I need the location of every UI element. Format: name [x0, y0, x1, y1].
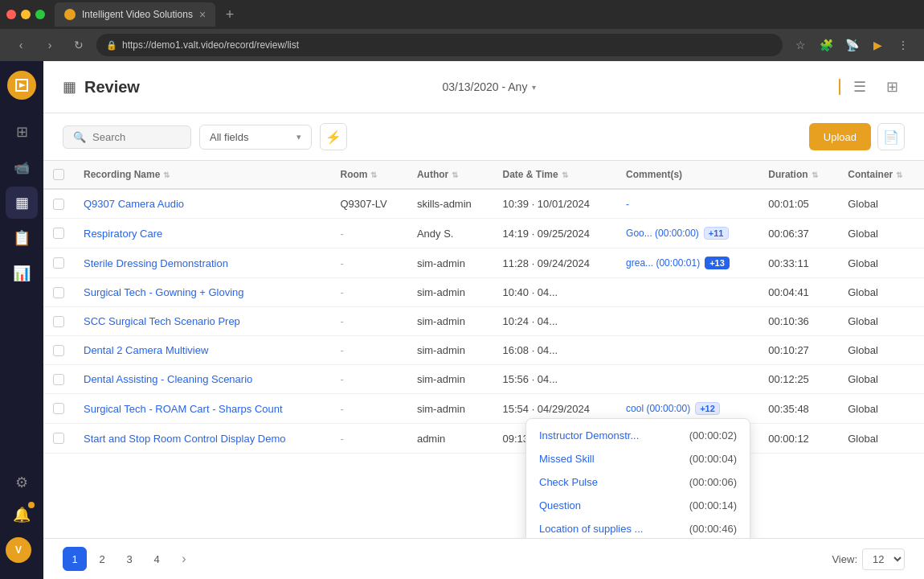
- back-btn[interactable]: ‹: [10, 34, 32, 56]
- youtube-btn[interactable]: ▶: [866, 34, 889, 56]
- comment-count-badge[interactable]: +12: [695, 402, 720, 415]
- sidebar-item-dashboard[interactable]: ⊞: [6, 116, 38, 148]
- window-close[interactable]: [6, 10, 16, 19]
- row-checkbox-cell[interactable]: [43, 189, 74, 219]
- sidebar-item-review[interactable]: ▦: [6, 187, 38, 219]
- upload-button[interactable]: Upload: [809, 123, 871, 150]
- sidebar-item-analytics[interactable]: 📊: [6, 257, 38, 290]
- select-all-header[interactable]: [43, 161, 74, 189]
- date-filter-chevron: ▾: [532, 83, 536, 92]
- row-checkbox-cell[interactable]: [43, 278, 74, 307]
- row-checkbox-cell[interactable]: [43, 424, 74, 454]
- row-checkbox[interactable]: [53, 403, 64, 414]
- row-datetime: 10:40 · 04...: [493, 278, 617, 307]
- popup-item-label: Location of supplies ...: [539, 523, 677, 535]
- filter-btn[interactable]: ⚡: [320, 123, 347, 150]
- field-select-dropdown[interactable]: All fields ▾: [199, 125, 312, 150]
- row-checkbox-cell[interactable]: [43, 365, 74, 394]
- extension-btn[interactable]: 🧩: [815, 34, 837, 56]
- popup-comment-item[interactable]: Missed Skill (00:00:04): [526, 447, 750, 470]
- view-label: View:: [832, 553, 857, 565]
- row-checkbox[interactable]: [53, 199, 64, 210]
- date-filter-text: 03/13/2020 - Any: [443, 80, 528, 93]
- row-comments: grea... (00:00:01) +13: [616, 248, 758, 278]
- address-bar[interactable]: 🔒 https://demo1.valt.video/record/review…: [96, 34, 783, 56]
- popup-comment-item[interactable]: Location of supplies ... (00:00:46): [526, 517, 750, 538]
- popup-comment-item[interactable]: Question (00:00:14): [526, 494, 750, 517]
- col-comments[interactable]: Comment(s): [616, 161, 758, 189]
- cast-btn[interactable]: 📡: [840, 34, 863, 56]
- row-checkbox[interactable]: [53, 345, 64, 356]
- duration-value: 00:10:27: [768, 344, 809, 356]
- row-checkbox[interactable]: [53, 257, 64, 269]
- sidebar-logo[interactable]: [7, 71, 36, 100]
- menu-dots-btn[interactable]: ⋮: [892, 34, 914, 56]
- row-checkbox-cell[interactable]: [43, 219, 74, 248]
- bookmark-btn[interactable]: ☆: [789, 34, 812, 56]
- row-checkbox[interactable]: [53, 433, 64, 444]
- recording-name-link[interactable]: Respiratory Care: [84, 228, 162, 240]
- sort-icon-duration: ⇅: [812, 170, 818, 179]
- row-checkbox[interactable]: [53, 316, 64, 327]
- search-input[interactable]: [92, 131, 173, 143]
- popup-comment-item[interactable]: Instructor Demonstr... (00:00:02): [526, 424, 750, 447]
- page-btn-4[interactable]: 4: [145, 547, 169, 571]
- comment-text: grea... (00:00:01): [626, 257, 700, 269]
- row-checkbox[interactable]: [53, 228, 64, 239]
- col-container[interactable]: Container⇅: [838, 161, 924, 189]
- user-avatar[interactable]: V: [6, 537, 31, 563]
- window-maximize[interactable]: [35, 10, 45, 19]
- sidebar-item-settings[interactable]: ⚙: [6, 466, 38, 499]
- browser-tab[interactable]: Intelligent Video Solutions ×: [55, 2, 215, 27]
- comment-popup: Instructor Demonstr... (00:00:02) Missed…: [525, 418, 750, 538]
- recording-name-link[interactable]: SCC Surgical Tech Scenario Prep: [84, 315, 240, 327]
- col-datetime[interactable]: Date & Time⇅: [493, 161, 617, 189]
- recording-name-link[interactable]: Sterile Dressing Demonstration: [84, 257, 228, 269]
- page-btn-3[interactable]: 3: [117, 547, 141, 571]
- col-duration[interactable]: Duration⇅: [758, 161, 838, 189]
- notification-badge: [28, 502, 35, 508]
- col-recording-name[interactable]: Recording Name⇅: [74, 161, 330, 189]
- comment-count-badge[interactable]: +11: [704, 227, 729, 240]
- col-room[interactable]: Room⇅: [330, 161, 407, 189]
- date-filter[interactable]: 03/13/2020 - Any ▾: [443, 80, 537, 93]
- view-select[interactable]: 12 24 48: [862, 548, 905, 570]
- comment-count-badge[interactable]: +13: [705, 257, 730, 269]
- page-btn-1[interactable]: 1: [63, 547, 87, 571]
- header-grid-btn[interactable]: ⊞: [879, 74, 905, 100]
- search-box[interactable]: 🔍: [63, 125, 191, 149]
- export-btn[interactable]: 📄: [877, 123, 905, 150]
- tab-title: Intelligent Video Solutions: [82, 9, 193, 20]
- window-minimize[interactable]: [21, 10, 31, 19]
- tab-close-btn[interactable]: ×: [199, 8, 206, 21]
- toolbar: 🔍 All fields ▾ ⚡ Upload 📄: [43, 113, 924, 161]
- header-menu-btn[interactable]: ☰: [847, 74, 873, 100]
- recording-name-link[interactable]: Q9307 Camera Audio: [84, 198, 184, 210]
- forward-btn[interactable]: ›: [39, 34, 61, 56]
- new-tab-btn[interactable]: +: [219, 3, 241, 26]
- sidebar-item-video[interactable]: 📹: [6, 151, 38, 183]
- row-checkbox[interactable]: [53, 287, 64, 298]
- duration-value: 00:33:11: [768, 257, 809, 269]
- sidebar-item-reports[interactable]: 📋: [6, 222, 38, 254]
- author-value: Andy S.: [417, 228, 454, 240]
- row-checkbox-cell[interactable]: [43, 248, 74, 278]
- refresh-btn[interactable]: ↻: [67, 34, 90, 56]
- sidebar-item-notifications[interactable]: 🔔: [6, 499, 38, 531]
- author-value: sim-admin: [417, 315, 465, 327]
- duration-value: 00:01:05: [768, 198, 809, 210]
- row-checkbox-cell[interactable]: [43, 336, 74, 365]
- recording-name-link[interactable]: Dental 2 Camera Multiview: [84, 344, 208, 356]
- select-all-checkbox[interactable]: [53, 169, 64, 180]
- page-next-btn[interactable]: ›: [172, 547, 196, 571]
- row-checkbox-cell[interactable]: [43, 394, 74, 424]
- row-checkbox-cell[interactable]: [43, 307, 74, 336]
- recording-name-link[interactable]: Start and Stop Room Control Display Demo: [84, 433, 285, 445]
- recording-name-link[interactable]: Surgical Tech - ROAM Cart - Sharps Count: [84, 403, 283, 415]
- page-btn-2[interactable]: 2: [90, 547, 114, 571]
- recording-name-link[interactable]: Dental Assisting - Cleaning Scenario: [84, 373, 252, 385]
- recording-name-link[interactable]: Surgical Tech - Gowning + Gloving: [84, 286, 244, 298]
- popup-comment-item[interactable]: Check Pulse (00:00:06): [526, 470, 750, 494]
- row-checkbox[interactable]: [53, 374, 64, 385]
- col-author[interactable]: Author⇅: [407, 161, 493, 189]
